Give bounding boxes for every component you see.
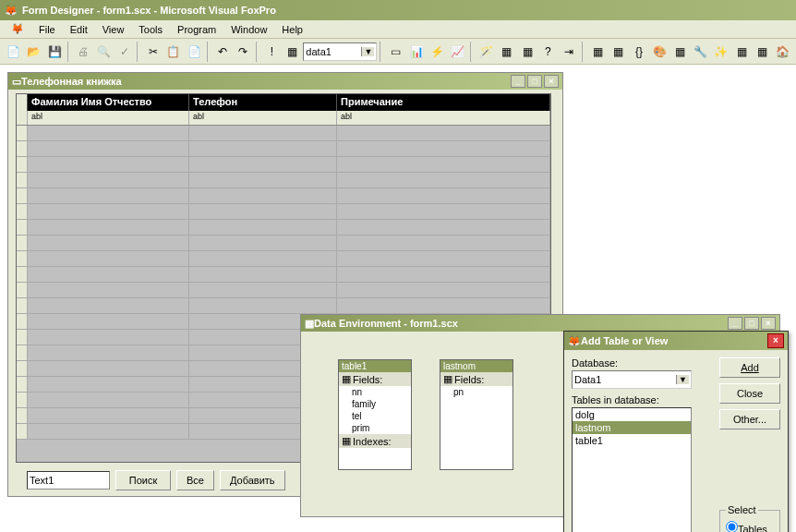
dataenv-title: Data Environment - form1.scx <box>314 318 458 329</box>
layout-icon[interactable]: ▦ <box>670 42 690 62</box>
table-row[interactable] <box>17 236 550 251</box>
table-row[interactable] <box>17 126 550 141</box>
run-icon[interactable]: ! <box>262 42 282 62</box>
add-button[interactable]: Добавить <box>220 470 285 490</box>
database-combo[interactable]: ▼ <box>303 42 377 61</box>
close-button[interactable]: × <box>544 75 559 88</box>
table-box-lastnom[interactable]: lastnom ▦Fields: pn <box>440 359 513 470</box>
toolbar: 📄 📂 💾 🖨 🔍 ✓ ✂ 📋 📄 ↶ ↷ ! ▦ ▼ ▭ 📊 ⚡ 📈 🪄 ▦ … <box>0 39 796 65</box>
search-input[interactable] <box>27 471 110 490</box>
maximize-button[interactable]: □ <box>527 75 542 88</box>
menu-icon[interactable]: 🦊 <box>4 21 31 37</box>
chevron-down-icon[interactable]: ▼ <box>361 47 374 56</box>
menu-window[interactable]: Window <box>223 22 274 37</box>
help-icon[interactable]: ? <box>538 42 558 62</box>
field-tel[interactable]: tel <box>339 410 411 422</box>
table1-name: table1 <box>339 360 411 372</box>
dialog-close-button2[interactable]: Close <box>719 383 780 404</box>
dialog-body: Database: ▼ Tables in database: dolg las… <box>564 350 788 532</box>
builder-icon[interactable]: 🔧 <box>691 42 710 62</box>
table-row[interactable] <box>17 220 550 236</box>
list-item-lastnom[interactable]: lastnom <box>573 421 691 434</box>
dialog-add-button[interactable]: Add <box>719 357 780 378</box>
menu-edit[interactable]: Edit <box>63 22 95 37</box>
table-row[interactable] <box>17 204 550 220</box>
form-icon[interactable]: ▭ <box>386 42 405 62</box>
table-row[interactable] <box>17 157 550 173</box>
form-title: Телефонная книжка <box>21 76 122 87</box>
select-group: Select Tables Views <box>719 504 780 532</box>
copy-icon[interactable]: 📋 <box>163 42 183 62</box>
print-icon[interactable]: 🖨 <box>74 42 93 62</box>
dataenv-titlebar[interactable]: ▦ Data Environment - form1.scx _ □ × <box>301 315 779 332</box>
tool2-icon[interactable]: ▦ <box>517 42 537 62</box>
report-icon[interactable]: 📊 <box>406 42 426 62</box>
field-pn[interactable]: pn <box>440 386 513 398</box>
save-icon[interactable]: 💾 <box>44 42 64 62</box>
taborder-icon[interactable]: ⇥ <box>560 42 579 62</box>
preview-icon[interactable]: 🔍 <box>94 42 114 62</box>
chevron-down-icon[interactable]: ▼ <box>676 375 689 384</box>
radio-tables[interactable]: Tables <box>726 521 774 532</box>
spell-icon[interactable]: ✓ <box>115 42 134 62</box>
field-family[interactable]: family <box>339 398 411 410</box>
list-item-dolg[interactable]: dolg <box>573 408 691 421</box>
palette-icon[interactable]: 🎨 <box>650 42 669 62</box>
table-box-table1[interactable]: table1 ▦Fields: nn family tel prim ▦Inde… <box>338 359 412 470</box>
grid-subheader: abl abl abl <box>17 111 550 126</box>
undo-icon[interactable]: ↶ <box>213 42 233 62</box>
col-tel[interactable]: Телефон <box>189 94 337 111</box>
minimize-button[interactable]: _ <box>511 75 525 88</box>
dialog-other-button[interactable]: Other... <box>719 409 780 429</box>
table-row[interactable] <box>17 251 550 267</box>
cut-icon[interactable]: ✂ <box>143 42 163 62</box>
autoform-icon[interactable]: ⚡ <box>428 42 447 62</box>
de-close-button[interactable]: × <box>761 317 776 330</box>
tool5-icon[interactable]: 🏠 <box>773 42 792 62</box>
list-item-table1[interactable]: table1 <box>573 434 691 447</box>
fields-icon: ▦ <box>342 373 351 385</box>
autoreport-icon[interactable]: 📈 <box>448 42 467 62</box>
col-fio[interactable]: Фамилия Имя Отчество <box>28 94 189 111</box>
redo-icon[interactable]: ↷ <box>234 42 253 62</box>
field-nn[interactable]: nn <box>339 386 411 398</box>
menu-view[interactable]: View <box>95 22 132 37</box>
all-button[interactable]: Все <box>176 470 214 490</box>
table-row[interactable] <box>17 283 550 298</box>
de-minimize-button[interactable]: _ <box>728 317 742 330</box>
table-row[interactable] <box>17 298 550 314</box>
tool1-icon[interactable]: ▦ <box>497 42 516 62</box>
menu-file[interactable]: File <box>31 22 63 37</box>
tables-listbox[interactable]: dolg lastnom table1 <box>572 407 692 532</box>
app-title: Form Designer - form1.scx - Microsoft Vi… <box>22 5 276 16</box>
menu-tools[interactable]: Tools <box>131 22 170 37</box>
table-row[interactable] <box>17 188 550 204</box>
search-button[interactable]: Поиск <box>115 470 171 490</box>
code-icon[interactable]: {} <box>629 42 648 62</box>
tool4-icon[interactable]: ▦ <box>753 42 772 62</box>
modify-icon[interactable]: ▦ <box>283 42 302 62</box>
wizard-icon[interactable]: 🪄 <box>476 42 496 62</box>
open-icon[interactable]: 📂 <box>24 42 43 62</box>
menubar: 🦊 File Edit View Tools Program Window He… <box>0 20 796 39</box>
props-icon[interactable]: ▦ <box>609 42 628 62</box>
de-maximize-button[interactable]: □ <box>744 317 759 330</box>
table-row[interactable] <box>17 267 550 283</box>
autoformat-icon[interactable]: ✨ <box>711 42 730 62</box>
dataenv-icon[interactable]: ▦ <box>588 42 608 62</box>
table-row[interactable] <box>17 173 550 188</box>
dialog-titlebar[interactable]: 🦊 Add Table or View × <box>564 332 788 350</box>
table-row[interactable] <box>17 141 550 157</box>
col-prim[interactable]: Примечание <box>337 94 550 111</box>
field-prim[interactable]: prim <box>339 422 411 434</box>
tool3-icon[interactable]: ▦ <box>731 42 751 62</box>
paste-icon[interactable]: 📄 <box>185 42 204 62</box>
database-select[interactable]: ▼ <box>572 370 692 389</box>
menu-help[interactable]: Help <box>274 22 310 37</box>
database-select-input[interactable] <box>574 374 676 385</box>
new-icon[interactable]: 📄 <box>4 42 23 62</box>
menu-program[interactable]: Program <box>170 22 223 37</box>
form-titlebar[interactable]: ▭ Телефонная книжка _ □ × <box>8 73 562 90</box>
dialog-close-button[interactable]: × <box>767 333 784 348</box>
database-combo-input[interactable] <box>306 46 361 57</box>
